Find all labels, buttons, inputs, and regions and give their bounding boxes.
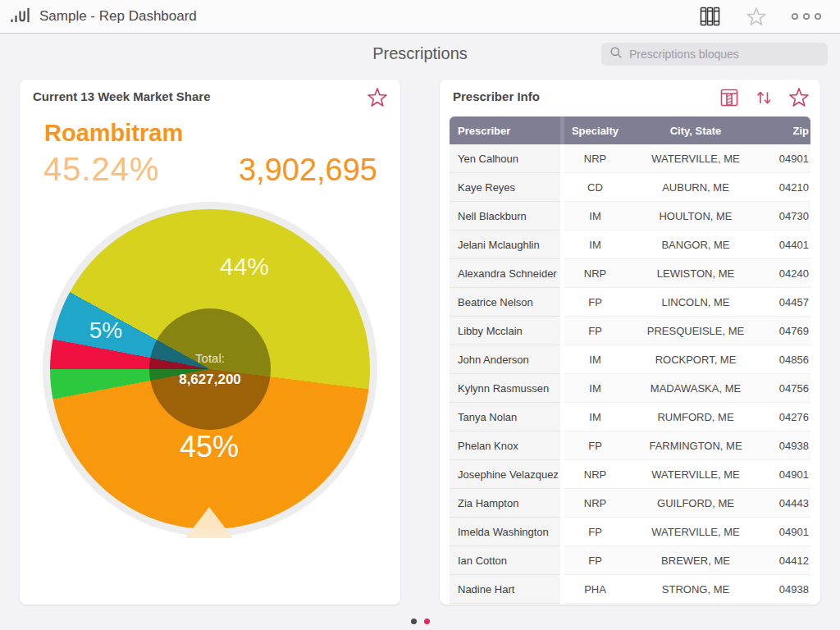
sort-arrows-icon[interactable]	[753, 86, 774, 109]
prescriber-info-card: Prescriber Info	[440, 80, 820, 605]
title-bar: Sample - Rep Dashboard	[0, 0, 840, 34]
row-right-cells: NRPGUILFORD, ME04443	[564, 489, 810, 518]
table-row[interactable]: Libby McclainFPPRESQUEISLE, ME04769	[450, 317, 810, 345]
search-input[interactable]	[628, 47, 819, 62]
cell-city-state: HOULTON, ME	[626, 210, 765, 222]
search-box[interactable]	[601, 43, 828, 66]
card-star-icon[interactable]	[366, 86, 389, 109]
cell-zip: 04276	[765, 411, 810, 423]
table-row[interactable]: Nell BlackburnIMHOULTON, ME04730	[450, 202, 810, 231]
cell-city-state: AUBURN, ME	[626, 181, 765, 194]
cell-prescriber: Libby Mcclain	[450, 317, 560, 345]
cell-specialty: NRP	[564, 153, 626, 165]
table-row[interactable]: Imelda WashingtonFPWATERVILLE, ME04901	[450, 518, 810, 546]
cell-prescriber: John Anderson	[450, 345, 560, 374]
cell-city-state: ROCKPORT, ME	[626, 354, 765, 366]
prescriber-table-body: Yen CalhounNRPWATERVILLE, ME04901Kaye Re…	[450, 144, 810, 604]
cell-zip: 04457	[765, 296, 810, 308]
table-row[interactable]: John AndersonIMROCKPORT, ME04856	[450, 345, 810, 374]
cell-city-state: GUILFORD, ME	[626, 497, 765, 509]
cell-zip: 04756	[765, 382, 810, 395]
search-icon	[609, 46, 623, 62]
row-right-cells: IMRUMFORD, ME04276	[564, 403, 810, 431]
cell-prescriber: Phelan Knox	[450, 431, 560, 460]
cell-zip: 04901	[765, 153, 810, 165]
cell-specialty: FP	[564, 325, 626, 337]
table-row[interactable]: Jelani MclaughlinIMBANGOR, ME04401	[450, 231, 810, 259]
cell-zip: 04901	[765, 526, 810, 538]
page-dot[interactable]	[424, 619, 430, 624]
cell-specialty: NRP	[564, 497, 626, 509]
card-star-icon[interactable]	[788, 86, 810, 109]
row-right-cells: CDAUBURN, ME04210	[564, 173, 810, 202]
cell-specialty: IM	[564, 411, 626, 423]
row-right-cells: NRPWATERVILLE, ME04901	[564, 144, 810, 173]
cell-city-state: FARMINGTON, ME	[626, 440, 765, 452]
table-row[interactable]: Zia HamptonNRPGUILFORD, ME04443	[450, 489, 810, 518]
cell-zip: 04401	[765, 239, 810, 251]
cell-city-state: LEWISTON, ME	[626, 267, 765, 280]
more-ellipsis-icon[interactable]	[791, 11, 822, 21]
table-columns-icon[interactable]	[719, 86, 740, 109]
row-right-cells: IMBANGOR, ME04401	[564, 231, 810, 259]
market-share-card: Current 13 Week Market Share Roambitram …	[20, 80, 400, 605]
cell-specialty: FP	[564, 296, 626, 308]
library-books-icon[interactable]	[697, 6, 722, 27]
cell-city-state: MADAWASKA, ME	[626, 382, 765, 395]
page-header: Prescriptions	[0, 34, 840, 76]
cell-city-state: STRONG, ME	[626, 583, 765, 596]
cell-specialty: IM	[564, 382, 626, 395]
cell-prescriber: Josephine Velazquez	[450, 460, 560, 489]
column-header-prescriber: Prescriber	[450, 125, 560, 137]
table-row[interactable]: Josephine VelazquezNRPWATERVILLE, ME0490…	[450, 460, 810, 489]
table-row[interactable]: Kaye ReyesCDAUBURN, ME04210	[450, 173, 810, 202]
cell-prescriber: Nadine Hart	[450, 575, 560, 604]
total-label: Total:	[195, 351, 225, 365]
row-right-cells: NRPWATERVILLE, ME04901	[564, 460, 810, 489]
total-value: 8,627,200	[179, 372, 241, 388]
market-share-card-title: Current 13 Week Market Share	[33, 89, 210, 103]
column-header-specialty: Specialty	[564, 125, 626, 137]
prescriber-card-title: Prescriber Info	[453, 89, 540, 103]
cell-city-state: LINCOLN, ME	[626, 296, 765, 308]
row-right-cells: NRPLEWISTON, ME04240	[564, 259, 810, 288]
cell-zip: 04938	[765, 440, 810, 452]
cell-prescriber: Ian Cotton	[450, 546, 560, 575]
cell-specialty: NRP	[564, 468, 626, 481]
table-row[interactable]: Ian CottonFPBREWER, ME04412	[450, 546, 810, 575]
cell-city-state: BREWER, ME	[626, 555, 765, 567]
cell-prescriber: Alexandra Schneider	[450, 259, 560, 288]
cell-zip: 04412	[765, 555, 810, 567]
cell-specialty: IM	[564, 239, 626, 251]
cell-specialty: FP	[564, 526, 626, 538]
cell-zip: 04938	[765, 583, 810, 596]
cell-zip: 04240	[765, 267, 810, 280]
cell-city-state: WATERVILLE, ME	[626, 526, 765, 538]
chart-bars-logo-icon	[10, 5, 31, 28]
row-right-cells: FPBREWER, ME04412	[564, 546, 810, 575]
table-row[interactable]: Beatrice NelsonFPLINCOLN, ME04457	[450, 288, 810, 317]
cell-prescriber: Imelda Washington	[450, 518, 560, 546]
cell-city-state: PRESQUEISLE, ME	[626, 325, 765, 337]
row-right-cells: FPLINCOLN, ME04457	[564, 288, 810, 317]
cell-prescriber: Nell Blackburn	[450, 202, 560, 231]
table-header-row[interactable]: Prescriber Specialty City, State Zip	[450, 116, 810, 144]
table-row[interactable]: Phelan KnoxFPFARMINGTON, ME04938	[450, 431, 810, 460]
favorite-star-icon[interactable]	[745, 6, 768, 28]
cell-specialty: NRP	[564, 267, 626, 280]
table-row[interactable]: Tanya NolanIMRUMFORD, ME04276	[450, 403, 810, 431]
table-row[interactable]: Kylynn RasmussenIMMADAWASKA, ME04756	[450, 374, 810, 403]
page-dot[interactable]	[411, 619, 417, 624]
cell-city-state: BANGOR, ME	[626, 239, 765, 251]
cell-prescriber: Tanya Nolan	[450, 403, 560, 431]
table-row[interactable]: Yen CalhounNRPWATERVILLE, ME04901	[450, 144, 810, 173]
table-row[interactable]: Nadine HartPHASTRONG, ME04938	[450, 575, 810, 604]
row-right-cells: IMHOULTON, ME04730	[564, 202, 810, 231]
table-row[interactable]: Alexandra SchneiderNRPLEWISTON, ME04240	[450, 259, 810, 288]
pie-selection-marker-icon	[185, 507, 233, 538]
row-right-cells: FPFARMINGTON, ME04938	[564, 431, 810, 460]
cell-prescriber: Zia Hampton	[450, 489, 560, 518]
cell-zip: 04856	[765, 354, 810, 366]
row-right-cells: IMROCKPORT, ME04856	[564, 345, 810, 374]
cell-zip: 04443	[765, 497, 810, 509]
